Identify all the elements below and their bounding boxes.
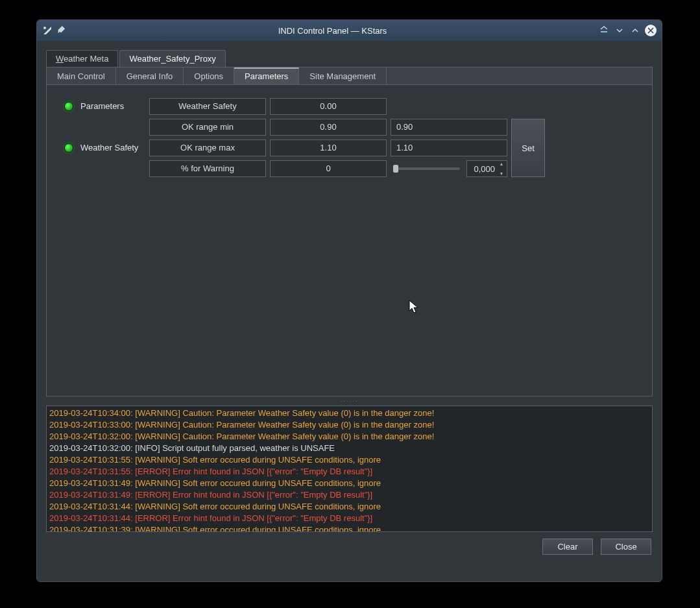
spin-arrows[interactable]: ▲▼ xyxy=(498,162,505,176)
group-label-weather-safety: Weather Safety xyxy=(80,140,145,156)
keep-above-icon[interactable] xyxy=(598,25,610,36)
log-line: 2019-03-24T10:31:55: [WARNING] Soft erro… xyxy=(48,454,651,466)
param-edit-ok-max[interactable]: 1.10 xyxy=(391,140,507,156)
param-label-ok-max: OK range max xyxy=(149,140,266,156)
spinner-down-icon[interactable]: ▼ xyxy=(498,171,505,176)
param-edit-ok-min[interactable]: 0.90 xyxy=(391,119,507,136)
tab-general-info[interactable]: General Info xyxy=(116,67,184,84)
app-icon xyxy=(42,25,53,36)
tab-weather-safety-proxy[interactable]: Weather_Safety_Proxy xyxy=(119,50,225,67)
tab-main-control[interactable]: Main Control xyxy=(47,67,116,84)
param-label-ok-min: OK range min xyxy=(149,119,266,136)
log-line: 2019-03-24T10:34:00: [WARNING] Caution: … xyxy=(48,407,651,419)
log-line: 2019-03-24T10:31:49: [ERROR] Error hint … xyxy=(48,489,651,501)
log-line: 2019-03-24T10:31:44: [WARNING] Soft erro… xyxy=(48,501,651,513)
tab-site-management[interactable]: Site Management xyxy=(299,67,387,84)
clear-button[interactable]: Clear xyxy=(542,539,593,555)
param-label-weather-safety: Weather Safety xyxy=(149,98,266,115)
device-tabbar: Weather Meta Weather_Safety_Proxy xyxy=(46,50,653,67)
log-panel[interactable]: 2019-03-24T10:34:00: [WARNING] Caution: … xyxy=(46,406,653,532)
maximize-icon[interactable] xyxy=(629,25,641,36)
minimize-icon[interactable] xyxy=(614,25,625,36)
param-label-warning-pct: % for Warning xyxy=(149,160,266,177)
log-line: 2019-03-24T10:31:49: [WARNING] Soft erro… xyxy=(48,478,651,489)
window-title: INDI Control Panel — KStars xyxy=(67,26,598,36)
log-line: 2019-03-24T10:32:00: [INFO] Script outpu… xyxy=(48,443,651,454)
log-line: 2019-03-24T10:31:39: [WARNING] Soft erro… xyxy=(48,524,651,532)
close-icon[interactable] xyxy=(645,25,657,36)
warning-slider[interactable] xyxy=(393,167,460,170)
warning-spinbox[interactable]: 0,000 ▲▼ xyxy=(466,160,507,177)
param-value-weather-safety: 0.00 xyxy=(270,98,387,115)
titlebar[interactable]: INDI Control Panel — KStars xyxy=(37,20,662,41)
slider-knob[interactable] xyxy=(393,165,398,173)
splitter-handle[interactable]: ······ xyxy=(46,398,653,404)
svg-point-1 xyxy=(43,27,46,29)
tab-options[interactable]: Options xyxy=(184,67,234,84)
status-led-weather-safety xyxy=(64,143,73,152)
spinner-up-icon[interactable]: ▲ xyxy=(498,162,505,166)
set-button[interactable]: Set xyxy=(511,119,545,177)
tab-parameters[interactable]: Parameters xyxy=(234,67,299,84)
pin-icon[interactable] xyxy=(56,25,67,36)
parameters-panel: Parameters Weather Safety 0.00 OK range … xyxy=(46,85,653,396)
group-label-parameters: Parameters xyxy=(80,98,145,115)
param-value-ok-min: 0.90 xyxy=(270,119,387,136)
close-button[interactable]: Close xyxy=(601,539,651,555)
tab-weather-meta[interactable]: Weather Meta xyxy=(46,50,118,67)
log-line: 2019-03-24T10:32:00: [WARNING] Caution: … xyxy=(48,431,651,443)
param-value-ok-max: 1.10 xyxy=(270,140,387,156)
param-spin-warning-pct: 0,000 ▲▼ xyxy=(391,160,507,177)
log-line: 2019-03-24T10:31:55: [ERROR] Error hint … xyxy=(48,466,651,478)
log-line: 2019-03-24T10:31:44: [ERROR] Error hint … xyxy=(48,513,651,524)
log-line: 2019-03-24T10:33:00: [WARNING] Caution: … xyxy=(48,419,651,431)
param-value-warning-pct: 0 xyxy=(270,160,387,177)
indi-control-panel-window: INDI Control Panel — KStars Weather Meta… xyxy=(36,19,662,582)
section-tabbar: Main Control General Info Options Parame… xyxy=(46,67,653,85)
status-led-parameters xyxy=(64,102,73,111)
